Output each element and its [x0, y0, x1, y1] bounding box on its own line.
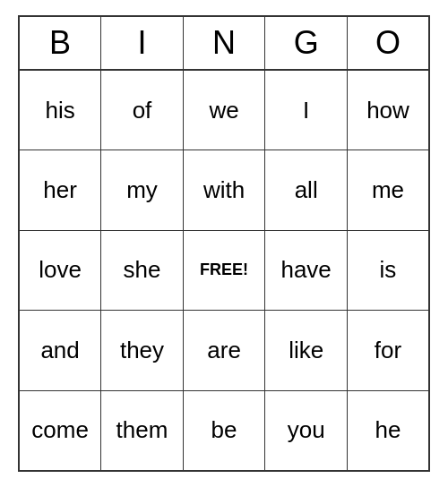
bingo-cell-3-1: they	[101, 311, 184, 391]
bingo-cell-1-0: her	[19, 150, 101, 231]
header-cell-b: B	[19, 16, 101, 70]
cell-word: how	[366, 97, 409, 124]
bingo-row-3: andtheyarelikefor	[19, 311, 429, 391]
cell-word: like	[289, 337, 323, 363]
bingo-header-row: BINGO	[19, 16, 429, 70]
cell-word: my	[126, 176, 158, 203]
bingo-cell-4-1: them	[101, 390, 184, 471]
bingo-cell-1-1: my	[101, 150, 184, 231]
cell-word: you	[288, 416, 325, 443]
bingo-cell-0-3: I	[265, 70, 348, 150]
cell-word: all	[295, 176, 318, 203]
bingo-cell-2-1: she	[101, 230, 184, 311]
cell-word: she	[124, 256, 161, 283]
bingo-cell-0-4: how	[347, 70, 429, 150]
bingo-cell-3-2: are	[183, 311, 265, 391]
bingo-cell-0-0: his	[19, 70, 101, 150]
bingo-card: BINGO hisofweIhowhermywithallmelovesheFR…	[18, 15, 430, 472]
cell-word: I	[303, 97, 309, 124]
bingo-cell-4-2: be	[183, 390, 265, 471]
header-cell-i: I	[101, 16, 184, 70]
bingo-cell-0-1: of	[101, 70, 184, 150]
cell-word: her	[43, 176, 77, 203]
bingo-cell-2-4: is	[347, 230, 429, 311]
header-cell-o: O	[347, 16, 429, 70]
cell-word: for	[375, 337, 401, 363]
bingo-cell-4-0: come	[19, 390, 101, 471]
bingo-row-0: hisofweIhow	[19, 70, 429, 150]
cell-word: with	[203, 176, 245, 203]
bingo-cell-1-3: all	[265, 150, 348, 231]
bingo-cell-3-3: like	[265, 311, 348, 391]
bingo-cell-1-4: me	[347, 150, 429, 231]
cell-word: have	[280, 256, 331, 283]
bingo-row-2: lovesheFREE!haveis	[19, 230, 429, 311]
cell-word: love	[39, 256, 82, 283]
cell-word: of	[133, 97, 152, 124]
bingo-row-4: comethembeyouhe	[19, 390, 429, 471]
cell-word: they	[120, 337, 164, 363]
bingo-cell-1-2: with	[183, 150, 265, 231]
cell-word: be	[211, 416, 237, 443]
header-cell-g: G	[265, 16, 348, 70]
cell-word: his	[45, 97, 74, 124]
bingo-cell-4-3: you	[265, 390, 348, 471]
cell-word: them	[116, 416, 168, 443]
bingo-cell-4-4: he	[347, 390, 429, 471]
cell-word: he	[375, 416, 401, 443]
bingo-cell-0-2: we	[183, 70, 265, 150]
bingo-cell-2-3: have	[265, 230, 348, 311]
bingo-cell-2-0: love	[19, 230, 101, 311]
cell-word: come	[31, 416, 89, 443]
cell-word: are	[207, 337, 241, 363]
bingo-row-1: hermywithallme	[19, 150, 429, 231]
header-cell-n: N	[183, 16, 265, 70]
bingo-cell-2-2: FREE!	[183, 230, 265, 311]
free-space-label: FREE!	[200, 261, 248, 278]
cell-word: is	[380, 256, 397, 283]
bingo-cell-3-0: and	[19, 311, 101, 391]
cell-word: we	[209, 97, 238, 124]
bingo-cell-3-4: for	[347, 311, 429, 391]
cell-word: me	[372, 176, 404, 203]
cell-word: and	[40, 337, 79, 363]
